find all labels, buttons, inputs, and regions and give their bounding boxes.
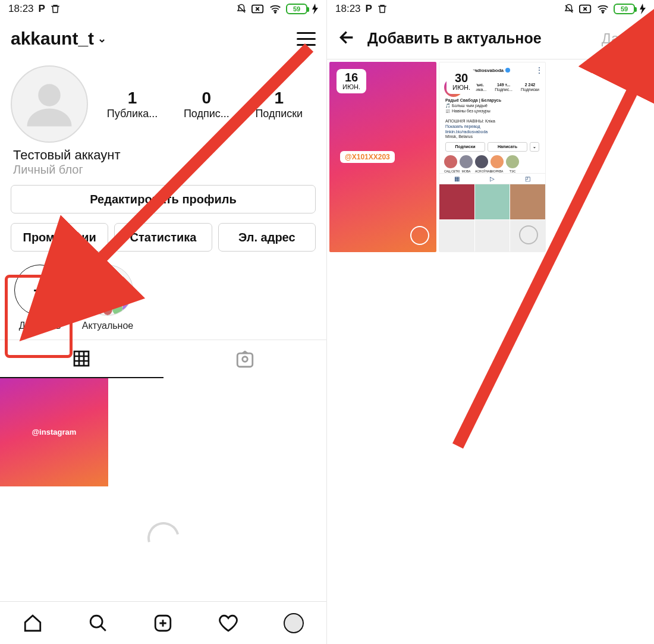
tab-grid[interactable] [0,340,164,378]
add-highlight-topbar: Добавить в актуальное Далее [327,18,654,59]
plus-icon: + [14,265,65,316]
mini-msg-button: Написать [488,142,527,152]
stat-posts[interactable]: 1 Публика... [107,89,158,120]
nav-profile[interactable] [261,602,326,644]
story-mention: @X101XX203 [340,151,395,163]
charging-icon [312,4,318,14]
trash-icon [50,4,61,14]
kebab-icon: ⋮ [536,66,543,74]
svg-point-2 [38,84,61,106]
highlight-add[interactable]: + Добавить [13,265,67,331]
svg-point-1 [275,12,276,13]
phone-add-highlight: 18:23 P 59 Добавить в актуальн [327,0,654,644]
wifi-icon [597,4,609,14]
p-icon: P [366,3,372,15]
mini-tab-grid: ▦ [439,174,474,184]
svg-rect-3 [74,351,89,366]
edit-profile-button[interactable]: Редактировать профиль [11,185,316,213]
profile-tabs [0,340,326,378]
stats-button[interactable]: Статистика [114,223,212,252]
svg-rect-4 [237,353,253,367]
wifi-icon [269,4,281,14]
posts-grid: @instagram [0,378,326,486]
highlights-row: + Добавить Актуальное [0,254,326,340]
loading-spinner [142,516,185,560]
menu-icon[interactable] [297,32,316,46]
status-bar: 18:23 P 59 [0,0,326,18]
story-item-2[interactable]: 30 ИЮН. radiosvaboda ⋮ 11 тыс.Публика...… [439,62,546,252]
p-icon: P [39,3,45,15]
chevron-down-icon: ⌄ [98,32,106,45]
mini-tab-reels: ▷ [474,174,510,184]
stories-picker: 16 июн. @X101XX203 30 ИЮН. radiosvaboda … [327,59,654,252]
mini-follow-button: Подписки [445,142,485,152]
profile-header: 1 Публика... 0 Подпис... 1 Подписки [0,59,326,143]
nav-search[interactable] [65,602,131,644]
highlight-thumb [82,265,133,316]
mini-more-button: ⌄ [530,142,539,152]
dnd-icon [236,4,247,14]
tab-tagged[interactable] [164,340,327,378]
bottom-nav [0,601,326,644]
stat-followers[interactable]: 0 Подпис... [184,89,229,120]
battery-warn-icon [579,4,592,14]
battery-warn-icon [251,4,265,14]
nav-home[interactable] [0,602,65,644]
svg-point-9 [602,12,603,13]
profile-bio: Тестовый аккаунт Личный блог [0,143,326,183]
svg-point-6 [90,615,102,627]
username-dropdown[interactable]: akkaunt_t ⌄ [11,29,106,49]
promo-button[interactable]: Промоакции [11,223,108,252]
mini-tab-tagged: ◰ [510,174,545,184]
nav-activity[interactable] [196,602,261,644]
battery-indicator: 59 [614,4,635,14]
status-time: 18:23 [8,3,34,15]
nav-add[interactable] [131,602,196,644]
next-button[interactable]: Далее [602,30,643,47]
battery-indicator: 59 [286,4,307,14]
header-title: Добавить в актуальное [367,30,602,47]
profile-topbar: akkaunt_t ⌄ [0,18,326,59]
highlight-actual[interactable]: Актуальное [81,265,134,331]
status-time: 18:23 [335,3,361,15]
trash-icon [377,4,388,14]
selection-ring [410,226,429,245]
phone-profile: 18:23 P 59 akkaunt_t ⌄ [0,0,327,644]
back-button[interactable] [338,28,367,49]
charging-icon [640,4,646,14]
verified-icon [505,68,510,73]
story-date-badge: 16 июн. [337,69,366,93]
post-thumb[interactable]: @instagram [0,378,108,486]
story-date-badge: 30 ИЮН. [447,70,476,94]
status-bar: 18:23 P 59 [327,0,654,18]
selection-ring [519,225,538,244]
email-button[interactable]: Эл. адрес [218,223,316,252]
avatar[interactable] [11,65,88,143]
story-item-1[interactable]: 16 июн. @X101XX203 [329,62,436,252]
dnd-icon [564,4,574,14]
svg-point-5 [243,357,248,362]
stat-following[interactable]: 1 Подписки [255,89,303,120]
